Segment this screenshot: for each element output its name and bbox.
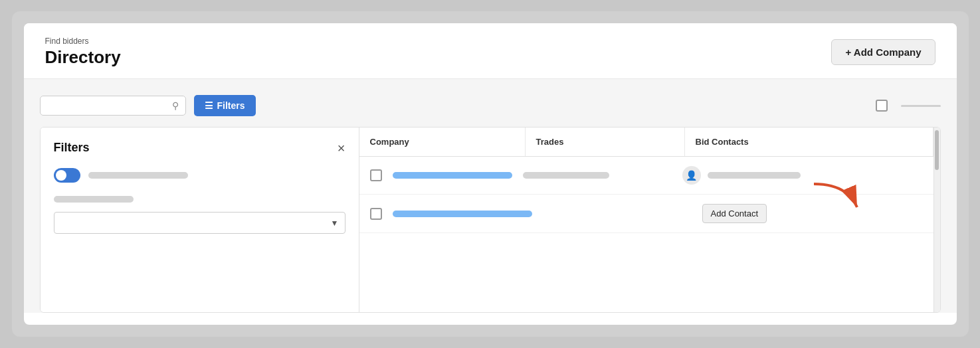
scrollbar[interactable]: [933, 128, 940, 312]
filters-panel: Filters × ▼: [41, 128, 359, 312]
toggle-label-bar: [88, 172, 188, 179]
search-icon: ⚲: [172, 100, 179, 111]
add-company-button[interactable]: + Add Company: [831, 39, 935, 65]
table-section: Company Trades Bid Contacts 👤: [359, 128, 933, 312]
inner-frame: Find bidders Directory + Add Company ⚲ ☰…: [24, 23, 957, 325]
toolbar-line: [901, 105, 941, 107]
select-all-checkbox[interactable]: [876, 100, 888, 112]
filters-panel-header: Filters ×: [54, 141, 345, 155]
search-input[interactable]: [47, 100, 168, 111]
trades-bar: [523, 172, 609, 179]
filter-toggle[interactable]: [54, 168, 80, 183]
bid-contact-bar: [708, 172, 801, 179]
bid-contacts-col: Add Contact: [702, 204, 933, 223]
column-header-bid-contacts: Bid Contacts: [685, 128, 933, 156]
search-box: ⚲: [40, 96, 186, 116]
header-left: Find bidders Directory: [45, 37, 121, 68]
company-bar: [393, 211, 532, 217]
column-header-company: Company: [359, 128, 526, 156]
main-panel: Filters × ▼: [40, 127, 941, 313]
table-row: 👤: [359, 157, 933, 195]
table-header: Company Trades Bid Contacts: [359, 128, 933, 157]
toggle-row: [54, 168, 345, 183]
filter-text-bar: [54, 196, 134, 203]
filters-button[interactable]: ☰ Filters: [194, 95, 256, 116]
page-title: Directory: [45, 47, 121, 68]
filters-close-button[interactable]: ×: [338, 141, 345, 155]
filter-select[interactable]: [54, 212, 345, 234]
filters-icon: ☰: [205, 100, 213, 111]
column-header-trades: Trades: [526, 128, 685, 156]
row-checkbox[interactable]: [370, 169, 382, 181]
header-section: Find bidders Directory + Add Company: [24, 23, 957, 79]
outer-frame: Find bidders Directory + Add Company ⚲ ☰…: [12, 11, 969, 337]
row-checkbox[interactable]: [370, 208, 382, 220]
filter-select-wrapper: ▼: [54, 212, 345, 234]
bid-contacts-col: 👤: [682, 166, 933, 185]
content-section: ⚲ ☰ Filters Filters ×: [24, 79, 957, 313]
table-row: Add Contact: [359, 195, 933, 233]
filters-panel-title: Filters: [54, 141, 90, 155]
trades-col: [523, 172, 682, 179]
person-icon: 👤: [682, 166, 701, 185]
toolbar: ⚲ ☰ Filters: [40, 95, 941, 116]
scrollbar-thumb[interactable]: [935, 130, 939, 170]
filters-label: Filters: [217, 100, 245, 111]
add-contact-button[interactable]: Add Contact: [702, 204, 767, 223]
find-bidders-label: Find bidders: [45, 37, 121, 46]
company-bar: [393, 172, 512, 179]
